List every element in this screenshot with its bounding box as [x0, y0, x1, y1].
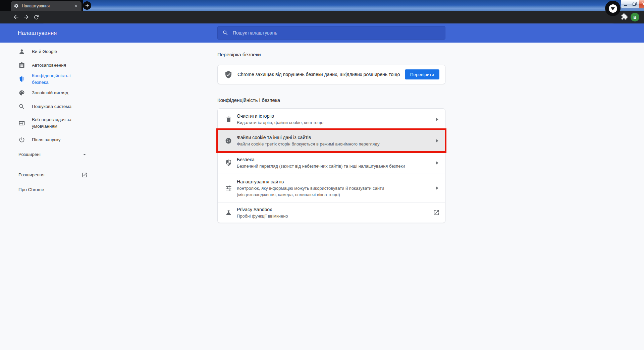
privacy-shield-icon [18, 76, 25, 82]
tune-icon [224, 184, 232, 192]
back-icon[interactable] [12, 13, 20, 21]
row-subtitle: Контролює, яку інформацію можуть викорис… [237, 185, 384, 191]
sidebar-item-default-browser[interactable]: Веб-переглядач за умовчанням [0, 113, 148, 133]
plus-icon [85, 4, 89, 8]
row-site-settings[interactable]: Налаштування сайтів Контролює, яку інфор… [218, 174, 445, 202]
row-clear-browsing-data[interactable]: Очистити історію Видалити історію, файли… [218, 109, 445, 130]
chevron-down-icon [82, 152, 88, 158]
row-title: Файли cookie та інші дані із сайтів [237, 134, 379, 141]
window-titlebar: Налаштування [0, 0, 644, 11]
privacy-settings-card: Очистити історію Видалити історію, файли… [217, 108, 445, 223]
sidebar-item-search-engine[interactable]: Пошукова система [0, 100, 148, 113]
chevron-right-icon [436, 139, 438, 142]
row-subtitle: Видалити історію, файли cookie, кеш тощо [237, 119, 323, 126]
settings-sidebar: Ви й Google Автозаповнення Конфіденційні… [0, 45, 148, 197]
new-tab-button[interactable] [83, 1, 91, 10]
row-title: Налаштування сайтів [237, 178, 384, 185]
privacy-section-heading: Конфіденційність і безпека [217, 97, 445, 104]
clipboard-icon [18, 62, 25, 69]
power-icon [18, 136, 25, 143]
forward-icon[interactable] [22, 13, 30, 21]
restore-button[interactable] [630, 0, 639, 8]
row-subtitle: Файли cookie третіх сторін блокуються в … [237, 141, 379, 147]
settings-content: Перевірка безпеки Chrome захищає від пор… [217, 43, 445, 223]
gear-icon [14, 3, 19, 8]
extensions-puzzle-icon[interactable] [621, 13, 628, 20]
sidebar-item-on-startup[interactable]: Після запуску [0, 133, 148, 147]
row-title: Очистити історію [237, 113, 323, 119]
sidebar-item-about-chrome[interactable]: Про Chrome [0, 182, 148, 197]
row-subtitle: Пробні функції ввімкнено [237, 213, 288, 219]
tab-close-icon[interactable] [73, 3, 78, 9]
profile-avatar[interactable]: B [631, 13, 639, 21]
reload-icon[interactable] [32, 13, 40, 21]
tab-title: Налаштування [22, 4, 73, 8]
chrome-window: Налаштування [0, 0, 644, 350]
row-security[interactable]: Безпека Безпечний перегляд (захист від н… [218, 152, 445, 174]
sidebar-item-appearance[interactable]: Зовнішній вигляд [0, 86, 148, 100]
security-shield-icon [224, 159, 232, 167]
chevron-right-icon [436, 118, 438, 121]
settings-search-box[interactable] [217, 26, 445, 40]
browser-toolbar: Chrome chrome://settings/privacy B [0, 11, 644, 23]
page-title: Налаштування [18, 23, 57, 43]
sidebar-item-privacy-security[interactable]: Конфіденційність і безпека [0, 72, 148, 86]
chevron-right-icon [436, 161, 438, 165]
row-subtitle-line2: (місцезнаходження, камера, спливаючі вік… [237, 191, 384, 198]
window-controls [621, 0, 644, 8]
search-input[interactable] [233, 30, 440, 36]
row-cookies-highlighted[interactable]: Файли cookie та інші дані із сайтів Файл… [218, 130, 445, 152]
sidebar-item-extensions[interactable]: Розширення [0, 168, 148, 182]
sidebar-divider [0, 164, 95, 164]
flask-icon [224, 209, 232, 217]
record-indicator-icon[interactable] [605, 1, 621, 16]
shield-check-icon [224, 70, 232, 78]
minimize-button[interactable] [621, 0, 630, 8]
settings-header: Налаштування [0, 23, 644, 43]
browser-tab-settings[interactable]: Налаштування [11, 1, 82, 11]
settings-page: Ви й Google Автозаповнення Конфіденційні… [0, 43, 644, 350]
external-link-icon [82, 172, 88, 178]
safety-check-text: Chrome захищає від порушень безпеки дани… [237, 72, 400, 77]
sidebar-item-autofill[interactable]: Автозаповнення [0, 58, 148, 72]
row-title: Безпека [237, 156, 405, 163]
chevron-right-icon [436, 186, 438, 190]
trash-icon [224, 115, 232, 123]
palette-icon [18, 90, 25, 96]
safety-check-heading: Перевірка безпеки [217, 51, 445, 58]
sidebar-advanced-toggle[interactable]: Розширені [0, 148, 148, 161]
row-title: Privacy Sandbox [237, 206, 288, 213]
close-button[interactable] [639, 0, 644, 8]
row-privacy-sandbox[interactable]: Privacy Sandbox Пробні функції ввімкнено [218, 202, 445, 223]
sidebar-item-you-and-google[interactable]: Ви й Google [0, 45, 148, 58]
cookie-icon [224, 137, 232, 145]
safety-check-card: Chrome захищає від порушень безпеки дани… [217, 65, 445, 84]
browser-window-icon [18, 120, 25, 126]
external-link-icon [433, 209, 440, 216]
search-icon [18, 103, 25, 110]
safety-check-run-button[interactable]: Перевірити [405, 69, 439, 79]
search-icon [222, 30, 228, 36]
row-subtitle: Безпечний перегляд (захист від небезпечн… [237, 163, 405, 169]
person-icon [18, 48, 25, 55]
